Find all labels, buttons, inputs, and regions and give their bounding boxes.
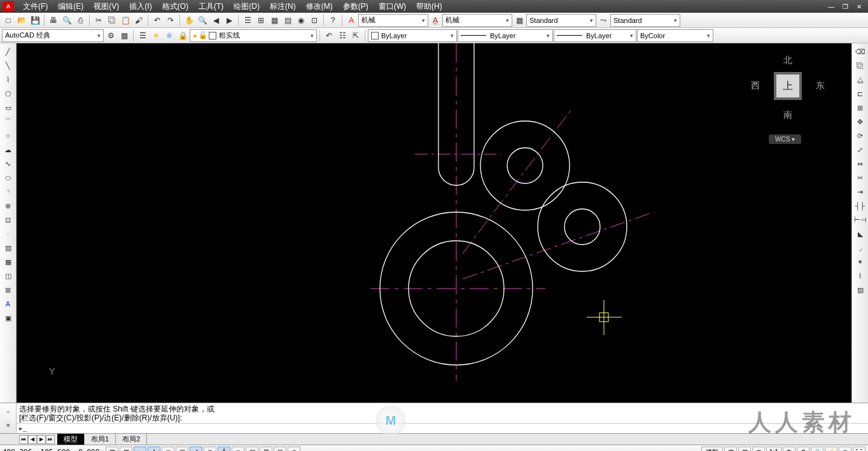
table-style-icon[interactable]: ▦ bbox=[513, 14, 526, 27]
table-style-dropdown[interactable]: Standard bbox=[526, 14, 596, 27]
polygon-icon[interactable]: ⬠ bbox=[2, 87, 15, 100]
3dosnap-toggle[interactable]: ◫ bbox=[176, 447, 188, 452]
gradient-icon[interactable]: ▦ bbox=[2, 255, 15, 268]
extend-icon[interactable]: ⇥ bbox=[854, 185, 867, 198]
annot-style-1-dropdown[interactable]: 机械 bbox=[358, 14, 428, 27]
layer-match-icon[interactable]: ⇱ bbox=[349, 29, 362, 42]
menu-file[interactable]: 文件(F) bbox=[18, 1, 53, 12]
properties-icon[interactable]: ☰ bbox=[241, 14, 254, 27]
rectangle-icon[interactable]: ▭ bbox=[2, 101, 15, 114]
isolate-icon[interactable]: ◎ bbox=[839, 447, 851, 452]
addselect-icon[interactable]: ▣ bbox=[2, 311, 15, 324]
layer-dropdown[interactable]: ●🔓粗实线 bbox=[190, 29, 317, 42]
mleader-icon[interactable]: ⤳ bbox=[597, 14, 610, 27]
workspace-dropdown[interactable]: AutoCAD 经典 bbox=[2, 29, 104, 42]
maximize-icon[interactable]: ❐ bbox=[839, 2, 851, 11]
trim-icon[interactable]: ✂ bbox=[854, 171, 867, 184]
polyline-icon[interactable]: ⌇ bbox=[2, 73, 15, 86]
join-icon[interactable]: ⊢⊣ bbox=[854, 213, 867, 226]
help-icon[interactable]: ? bbox=[326, 14, 339, 27]
annot-style-2-dropdown[interactable]: 机械 bbox=[442, 14, 512, 27]
otrack-toggle[interactable]: ∠ bbox=[190, 447, 202, 452]
annot-icon1[interactable]: A bbox=[345, 14, 358, 27]
arc-icon[interactable]: ⌒ bbox=[2, 115, 15, 128]
make-block-icon[interactable]: ⊡ bbox=[2, 213, 15, 226]
ws-settings-icon[interactable]: ⚙ bbox=[104, 29, 117, 42]
paste-icon[interactable]: 📋 bbox=[119, 14, 132, 27]
menu-dimension[interactable]: 标注(N) bbox=[265, 1, 301, 12]
viewcube-north[interactable]: 北 bbox=[750, 55, 826, 66]
lineweight-dropdown[interactable]: ByLayer bbox=[554, 29, 636, 42]
toolbar-lock-icon[interactable]: 🔒 bbox=[811, 447, 823, 452]
edit-pline-icon[interactable]: ⌇ bbox=[854, 269, 867, 282]
dyn-toggle[interactable]: ➕ bbox=[218, 447, 230, 452]
tab-first-icon[interactable]: ⏮ bbox=[19, 435, 28, 444]
minimize-icon[interactable]: — bbox=[825, 2, 837, 11]
menu-view[interactable]: 视图(V) bbox=[88, 1, 124, 12]
drawing-canvas[interactable]: Y 北 南 西 东 上 WCS ▾ bbox=[17, 43, 851, 403]
sheet-icon[interactable]: ▤ bbox=[281, 14, 294, 27]
model-space-button[interactable]: 模型 bbox=[701, 447, 723, 452]
undo-icon[interactable]: ↶ bbox=[151, 14, 164, 27]
design-center-icon[interactable]: ⊞ bbox=[255, 14, 267, 27]
scale-icon[interactable]: ⤢ bbox=[854, 143, 867, 156]
viewcube-wcs[interactable]: WCS ▾ bbox=[769, 134, 801, 144]
grid-toggle[interactable]: ▥ bbox=[120, 447, 132, 452]
zoom-prev-icon[interactable]: ◀ bbox=[209, 14, 222, 27]
fillet-icon[interactable]: ◞ bbox=[854, 241, 867, 254]
quickview-layouts-icon[interactable]: ▦ bbox=[724, 447, 737, 452]
publish-icon[interactable]: ⎙ bbox=[74, 14, 87, 27]
viewcube-west[interactable]: 西 bbox=[751, 80, 760, 92]
open-icon[interactable]: 📂 bbox=[15, 14, 28, 27]
ws-switch-icon[interactable]: ⚙ bbox=[797, 447, 809, 452]
stretch-icon[interactable]: ⇔ bbox=[854, 157, 867, 170]
break-icon[interactable]: ┤├ bbox=[854, 199, 867, 212]
mtext-icon[interactable]: A bbox=[2, 297, 15, 310]
explode-icon[interactable]: ✶ bbox=[854, 255, 867, 268]
layer-iso-icon[interactable]: ☷ bbox=[336, 29, 349, 42]
copy-icon[interactable]: ⿻ bbox=[106, 14, 118, 27]
am-toggle[interactable]: ◉ bbox=[288, 447, 300, 452]
tab-next-icon[interactable]: ▶ bbox=[37, 435, 46, 444]
zoom-ext-icon[interactable]: ▶ bbox=[223, 14, 235, 27]
osnap-toggle[interactable]: □ bbox=[162, 447, 174, 452]
mirror-icon[interactable]: ⧋ bbox=[854, 73, 867, 86]
layer-freeze-icon[interactable]: ❄ bbox=[163, 29, 176, 42]
insert-block-icon[interactable]: ⊕ bbox=[2, 199, 15, 212]
match-icon[interactable]: 🖌 bbox=[132, 14, 145, 27]
xline-icon[interactable]: ╲ bbox=[2, 59, 15, 72]
tab-last-icon[interactable]: ⏭ bbox=[46, 435, 55, 444]
region-icon[interactable]: ◫ bbox=[2, 269, 15, 282]
color-dropdown[interactable]: ByLayer bbox=[368, 29, 457, 42]
menu-edit[interactable]: 编辑(E) bbox=[53, 1, 88, 12]
print-icon[interactable]: 🖶 bbox=[47, 14, 60, 27]
hardware-accel-icon[interactable]: ⚡ bbox=[825, 447, 837, 452]
tab-prev-icon[interactable]: ◀ bbox=[28, 435, 37, 444]
rotate-icon[interactable]: ⟳ bbox=[854, 129, 867, 142]
command-input[interactable] bbox=[29, 425, 284, 433]
annoscale-icon[interactable]: ⚖ bbox=[752, 447, 765, 452]
tpy-toggle[interactable]: ▤ bbox=[246, 447, 258, 452]
mleader-style-dropdown[interactable]: Standard bbox=[610, 14, 680, 27]
new-icon[interactable]: □ bbox=[2, 14, 15, 27]
move-icon[interactable]: ✥ bbox=[854, 115, 867, 128]
table-icon[interactable]: ⊞ bbox=[2, 283, 15, 296]
ortho-toggle[interactable]: ∟ bbox=[134, 447, 146, 452]
redo-icon[interactable]: ↷ bbox=[164, 14, 177, 27]
array-icon[interactable]: ⊞ bbox=[854, 101, 867, 114]
tab-layout1[interactable]: 布局1 bbox=[85, 434, 116, 445]
erase-icon[interactable]: ⌫ bbox=[854, 45, 867, 58]
circle-icon[interactable]: ○ bbox=[2, 129, 15, 142]
annotation-scale[interactable]: 1:1 bbox=[766, 447, 781, 452]
polar-toggle[interactable]: ✛ bbox=[148, 447, 160, 452]
layer-state-icon[interactable]: ☀ bbox=[150, 29, 162, 42]
ws-save-icon[interactable]: ▦ bbox=[118, 29, 130, 42]
tab-layout2[interactable]: 布局2 bbox=[116, 434, 147, 445]
viewcube[interactable]: 北 南 西 东 上 WCS ▾ bbox=[750, 50, 826, 126]
annot-icon2[interactable]: A̱ bbox=[429, 14, 442, 27]
cut-icon[interactable]: ✂ bbox=[92, 14, 105, 27]
qp-toggle[interactable]: ☰ bbox=[260, 447, 272, 452]
qcalc-icon[interactable]: ⊡ bbox=[308, 14, 321, 27]
menu-window[interactable]: 窗口(W) bbox=[374, 1, 411, 12]
pan-icon[interactable]: ✋ bbox=[183, 14, 195, 27]
